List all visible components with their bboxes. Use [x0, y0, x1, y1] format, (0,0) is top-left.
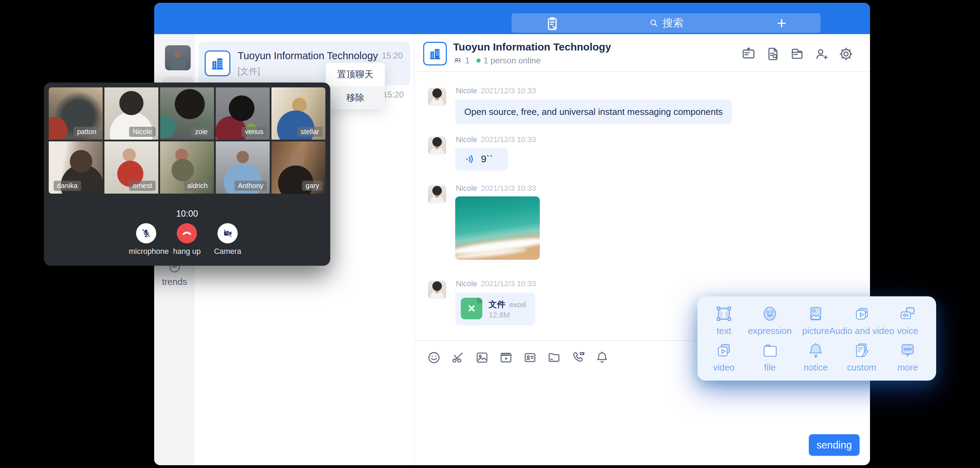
chat-header-actions — [741, 46, 854, 62]
announcement-icon[interactable] — [741, 46, 757, 62]
conversation-time: 15:20 — [382, 51, 402, 61]
participant-name: stellar — [297, 127, 323, 137]
video-call-overlay: patton Nicole zoie venus stellar danika … — [44, 83, 330, 266]
panel-label: custom — [847, 362, 876, 373]
message-time: 2021/12/3 10:33 — [480, 86, 536, 95]
panel-item-expression[interactable]: expression — [747, 302, 793, 338]
chat-history-search-icon[interactable] — [765, 46, 781, 62]
composer-toolbar — [427, 350, 609, 365]
camera-control: Camera — [210, 223, 245, 256]
call-timer: 10:00 — [44, 209, 330, 219]
search-icon — [649, 18, 659, 28]
message-meta: Nicole2021/12/3 10:33 — [456, 135, 536, 144]
screen: 搜索 + trends Tuoyun Information Technolog… — [0, 0, 980, 468]
file-message-bubble[interactable]: × 文件 .excel 12.8M — [455, 292, 535, 325]
participant-tile[interactable]: ernest — [104, 141, 158, 193]
add-member-icon[interactable] — [814, 46, 830, 62]
message-time: 2021/12/3 10:33 — [480, 279, 536, 288]
participant-tile[interactable]: stellar — [272, 88, 325, 140]
voice-duration: 9`` — [481, 153, 493, 165]
camera-label: Camera — [210, 247, 245, 256]
custom-icon — [852, 340, 872, 360]
panel-item-text[interactable]: text — [701, 302, 747, 338]
send-button[interactable]: sending — [809, 434, 859, 456]
emoji-icon[interactable] — [427, 350, 441, 365]
participant-name: Anthony — [235, 181, 267, 191]
panel-item-notice[interactable]: notice — [793, 339, 839, 375]
sender-avatar[interactable] — [428, 281, 446, 299]
file-extension: .excel — [508, 301, 526, 308]
participant-tile[interactable]: danika — [49, 141, 103, 193]
participant-name: zoie — [191, 127, 211, 137]
participant-name: gary — [302, 181, 323, 191]
panel-item-audio-video[interactable]: Audio and video — [839, 302, 885, 338]
message-meta: Nicole2021/12/3 10:33 — [456, 86, 536, 96]
image-message-beach[interactable] — [455, 196, 540, 260]
list-divider — [414, 34, 415, 465]
voice-message-bubble[interactable]: 9`` — [455, 148, 508, 171]
sender-name: Nicole — [456, 135, 477, 144]
text-message-bubble[interactable]: Open source, free, and universal instant… — [455, 100, 732, 124]
participant-tile[interactable]: Anthony — [216, 141, 270, 193]
add-button[interactable]: + — [774, 15, 789, 30]
microphone-label: microphone — [129, 247, 164, 256]
panel-label: more — [897, 362, 918, 373]
video-clip-icon[interactable] — [499, 350, 513, 365]
participant-tile[interactable]: venus — [216, 88, 270, 140]
message-time: 2021/12/3 10:33 — [480, 184, 536, 193]
screenshot-scissors-icon[interactable] — [451, 350, 465, 365]
top-bar: 搜索 + — [154, 3, 870, 34]
participant-name: venus — [242, 127, 267, 137]
voice-icon — [898, 304, 917, 324]
panel-item-voice[interactable]: voice — [885, 302, 931, 338]
participant-tile[interactable]: aldrich — [160, 141, 214, 193]
participant-tile[interactable]: zoie — [160, 88, 214, 140]
settings-gear-icon[interactable] — [838, 46, 854, 62]
participant-name: ernest — [129, 181, 156, 191]
participant-tile[interactable]: gary — [272, 141, 325, 193]
hang-up-button[interactable] — [177, 223, 197, 243]
expression-icon — [760, 304, 780, 324]
audio-video-icon — [852, 304, 872, 324]
camera-muted-icon — [222, 228, 233, 239]
sender-name: Nicole — [456, 279, 477, 288]
group-avatar — [205, 51, 231, 76]
menu-item-remove[interactable]: 移除 — [326, 86, 385, 109]
microphone-control: microphone — [129, 223, 164, 256]
camera-off-button[interactable] — [218, 223, 238, 243]
notification-bell-icon[interactable] — [595, 350, 609, 365]
participant-tile[interactable]: patton — [49, 88, 103, 140]
search-bar[interactable]: 搜索 + — [512, 13, 821, 33]
conversation-last-message: [文件] — [238, 65, 260, 77]
sender-avatar[interactable] — [428, 136, 446, 155]
panel-item-file[interactable]: file — [747, 339, 793, 375]
hangup-control: hang up — [169, 223, 204, 256]
panel-label: text — [717, 326, 731, 336]
my-avatar[interactable] — [165, 45, 191, 70]
message-meta: Nicole2021/12/3 10:33 — [456, 184, 536, 193]
sender-avatar[interactable] — [428, 185, 446, 203]
participant-name: aldrich — [184, 181, 211, 191]
video-call-icon[interactable] — [571, 350, 585, 365]
participant-grid: patton Nicole zoie venus stellar danika … — [49, 88, 325, 193]
panel-item-custom[interactable]: custom — [839, 339, 885, 375]
folder-icon[interactable] — [547, 350, 562, 365]
panel-item-more[interactable]: more — [885, 339, 931, 375]
mute-microphone-button[interactable] — [136, 223, 156, 243]
panel-item-video[interactable]: video — [701, 339, 747, 375]
participant-tile[interactable]: Nicole — [104, 88, 158, 140]
sender-avatar[interactable] — [428, 88, 446, 106]
files-icon[interactable] — [789, 46, 805, 62]
panel-label: voice — [897, 326, 918, 336]
image-icon[interactable] — [475, 350, 489, 365]
panel-label: video — [713, 362, 735, 373]
participant-name: Nicole — [129, 127, 156, 137]
file-corner-fold — [477, 298, 482, 303]
panel-label: picture — [802, 326, 829, 336]
menu-item-pin-chat[interactable]: 置顶聊天 — [326, 63, 385, 86]
chat-group-avatar — [423, 42, 447, 65]
member-count: 1 — [465, 56, 469, 65]
contact-card-icon[interactable] — [523, 350, 537, 365]
online-dot — [476, 59, 480, 63]
excel-x-glyph: × — [468, 302, 475, 315]
